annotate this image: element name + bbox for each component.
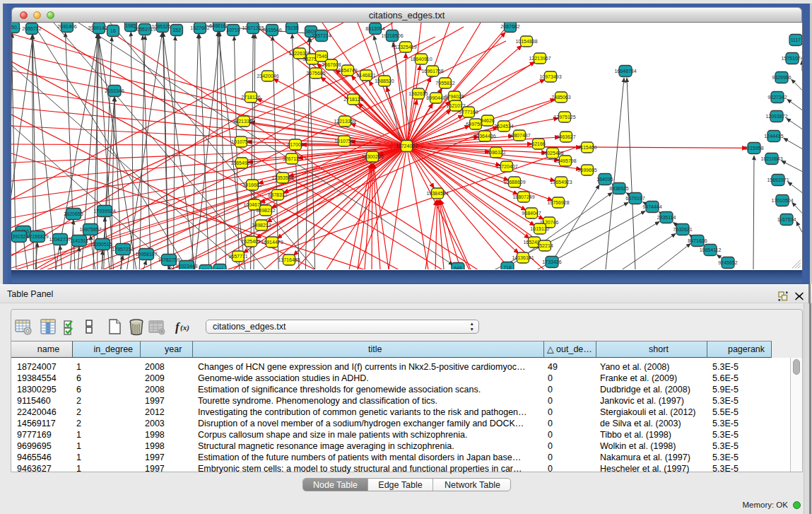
svg-text:12353594: 12353594 (271, 175, 293, 180)
svg-text:1916682: 1916682 (242, 182, 261, 187)
svg-text:7357224: 7357224 (312, 33, 331, 38)
svg-text:12975125: 12975125 (553, 115, 575, 119)
svg-text:23420046: 23420046 (257, 74, 278, 78)
svg-text:10688609: 10688609 (503, 180, 525, 185)
svg-text:1621072: 1621072 (446, 103, 465, 108)
svg-text:17939924: 17939924 (93, 209, 115, 214)
svg-text:9474444: 9474444 (642, 204, 661, 209)
svg-text:6379197: 6379197 (625, 196, 645, 201)
svg-text:15720407: 15720407 (495, 164, 517, 169)
svg-text:13716485: 13716485 (278, 257, 300, 262)
svg-text:(x): (x) (180, 323, 189, 332)
svg-text:1450...: 1450... (11, 25, 21, 30)
svg-text:16914479: 16914479 (261, 240, 283, 245)
svg-text:14136141: 14136141 (512, 255, 534, 260)
svg-text:648: 648 (454, 266, 462, 270)
svg-text:9329966: 9329966 (772, 75, 791, 80)
svg-text:10025438: 10025438 (541, 151, 563, 156)
svg-text:7625402: 7625402 (241, 239, 260, 244)
svg-text:3498212: 3498212 (252, 223, 271, 228)
svg-text:3624534: 3624534 (494, 124, 513, 129)
svg-text:2055712: 2055712 (22, 26, 41, 31)
svg-text:9245652: 9245652 (718, 260, 737, 265)
svg-text:3215958: 3215958 (744, 146, 763, 151)
svg-text:9463627: 9463627 (556, 134, 575, 139)
svg-text:1010755: 1010755 (334, 139, 353, 144)
svg-text:7546: 7546 (316, 54, 327, 59)
svg-text:10719: 10719 (226, 28, 240, 33)
svg-text:3498212: 3498212 (256, 208, 275, 213)
svg-text:15692971: 15692971 (767, 177, 789, 182)
svg-text:18640910: 18640910 (410, 57, 432, 62)
svg-text:718: 718 (503, 265, 512, 270)
svg-text:1244415: 1244415 (764, 134, 783, 139)
svg-text:10958107: 10958107 (135, 252, 157, 257)
svg-text:12213369: 12213369 (334, 119, 355, 124)
svg-text:12213369: 12213369 (233, 119, 254, 124)
svg-text:9777169: 9777169 (459, 110, 478, 115)
svg-text:9227342: 9227342 (767, 95, 787, 100)
svg-text:19218506: 19218506 (381, 33, 403, 38)
svg-text:10782759: 10782759 (158, 257, 180, 262)
svg-text:16648784: 16648784 (614, 69, 636, 74)
svg-text:10973493: 10973493 (539, 74, 561, 79)
svg-text:12023448: 12023448 (175, 264, 197, 269)
svg-text:252214: 252214 (536, 243, 553, 248)
svg-text:8878312: 8878312 (268, 192, 287, 197)
svg-text:20364436: 20364436 (473, 134, 495, 139)
svg-text:9794028: 9794028 (445, 94, 464, 99)
svg-text:2620655: 2620655 (64, 211, 83, 216)
svg-text:1527602: 1527602 (190, 25, 209, 30)
svg-text:2718126: 2718126 (241, 95, 260, 100)
svg-text:417006: 417006 (287, 142, 303, 147)
svg-text:1167534: 1167534 (777, 217, 796, 222)
svg-text:291: 291 (201, 268, 210, 270)
svg-text:1588520: 1588520 (375, 78, 394, 83)
svg-text:19384554: 19384554 (426, 191, 448, 196)
svg-text:2935114: 2935114 (657, 215, 676, 220)
svg-text:39152: 39152 (12, 234, 26, 239)
svg-text:12156829: 12156829 (26, 234, 48, 239)
svg-text:2691406: 2691406 (57, 24, 76, 29)
svg-text:9146821: 9146821 (356, 73, 375, 78)
svg-text:12213967: 12213967 (529, 56, 551, 61)
svg-text:12093872: 12093872 (765, 114, 787, 119)
svg-text:7955812: 7955812 (435, 81, 454, 86)
svg-text:9657771: 9657771 (228, 254, 247, 259)
svg-text:2087682: 2087682 (500, 24, 519, 29)
svg-text:16961758: 16961758 (421, 69, 443, 74)
svg-text:75155: 75155 (285, 25, 299, 30)
svg-text:18807249: 18807249 (512, 194, 534, 199)
svg-text:8990448: 8990448 (426, 95, 445, 100)
svg-text:3267110: 3267110 (283, 156, 302, 161)
svg-text:9684047: 9684047 (522, 211, 541, 216)
svg-text:1350515: 1350515 (93, 242, 112, 247)
svg-text:8471626: 8471626 (688, 238, 707, 243)
svg-text:152: 152 (172, 28, 181, 33)
svg-text:94626: 94626 (481, 118, 495, 123)
svg-text:1117: 1117 (791, 37, 801, 42)
svg-text:19756928: 19756928 (547, 200, 569, 205)
svg-text:2718126: 2718126 (343, 97, 363, 102)
svg-text:7086322: 7086322 (486, 150, 505, 155)
svg-text:1362615: 1362615 (408, 91, 428, 96)
svg-text:7515546: 7515546 (262, 28, 281, 33)
svg-text:13495798: 13495798 (554, 158, 576, 163)
svg-text:10654112: 10654112 (700, 247, 722, 252)
svg-text:17010504: 17010504 (771, 198, 793, 203)
svg-text:16: 16 (110, 28, 116, 33)
svg-text:62166: 62166 (531, 141, 546, 146)
svg-text:18724007: 18724007 (396, 144, 418, 148)
svg-text:1733426: 1733426 (542, 259, 561, 264)
svg-text:1010755: 1010755 (231, 139, 250, 144)
svg-text:7485063: 7485063 (551, 95, 570, 100)
svg-text:8813054: 8813054 (365, 26, 384, 31)
svg-text:3675685: 3675685 (306, 71, 325, 76)
svg-text:19654923: 19654923 (550, 180, 572, 185)
svg-text:10671355: 10671355 (242, 25, 264, 30)
svg-text:15751074: 15751074 (781, 56, 802, 61)
svg-text:19654982: 19654982 (230, 160, 252, 165)
svg-text:164095: 164095 (596, 177, 613, 182)
svg-text:8454749: 8454749 (338, 68, 357, 73)
svg-text:18300295: 18300295 (361, 154, 383, 159)
